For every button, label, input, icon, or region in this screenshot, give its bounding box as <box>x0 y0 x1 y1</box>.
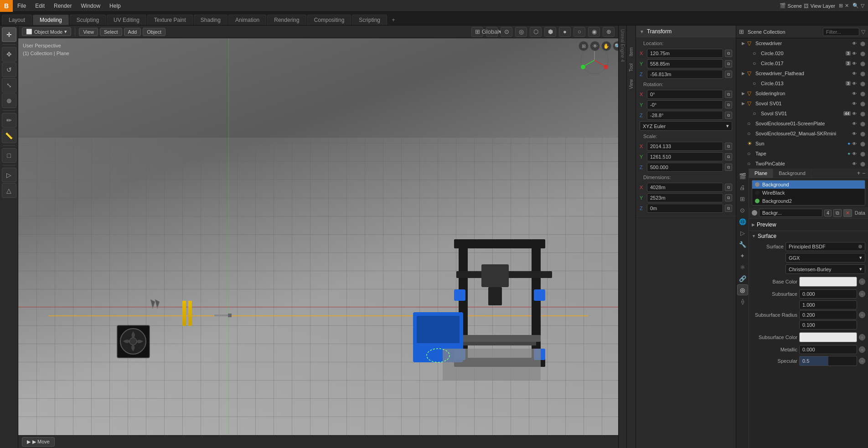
dim-y-copy[interactable]: ⧉ <box>725 194 732 201</box>
subsurface-r1-field[interactable]: 1.000 <box>799 300 857 309</box>
tree-item-circle017[interactable]: ○ Circle.017 3 👁 ⬤ <box>736 58 868 68</box>
visibility-icon[interactable]: 👁 <box>851 140 858 147</box>
render-icon[interactable]: ⬤ <box>859 100 866 107</box>
menu-help[interactable]: Help <box>105 0 125 11</box>
tab-compositing[interactable]: Compositing <box>307 15 351 25</box>
base-color-link[interactable]: ○ <box>859 278 865 285</box>
subsurface-color-link[interactable]: ○ <box>859 334 865 340</box>
dim-z-field[interactable]: 0m <box>647 204 723 213</box>
overlay-btn[interactable]: ⬡ <box>530 27 542 37</box>
world-tab[interactable]: 🌐 <box>737 216 748 227</box>
scene-prop-tab[interactable]: 🎬 <box>737 170 748 181</box>
tree-item-sovolenclosure01[interactable]: ○ SovolEnclosure01-ScreenPlate 👁 ⬤ <box>736 118 868 129</box>
preview-header[interactable]: ▶ Preview <box>752 221 865 229</box>
tab-sculpting[interactable]: Sculpting <box>70 15 106 25</box>
render-icon[interactable]: ⬤ <box>859 110 866 117</box>
add-menu[interactable]: Add <box>124 28 141 36</box>
surface-header[interactable]: ▼ Surface <box>749 231 868 241</box>
location-z-field[interactable]: -56.813m <box>647 70 723 79</box>
dim-z-copy[interactable]: ⧉ <box>725 205 732 212</box>
tree-item-tape[interactable]: ○ Tape ✦ 👁 ⬤ <box>736 149 868 159</box>
surface-type-dropdown[interactable]: Principled BSDF <box>785 242 865 251</box>
cursor-tool[interactable]: ✛ <box>2 27 16 42</box>
output-prop-tab[interactable]: 🖨 <box>737 182 748 193</box>
subsurface-r-link[interactable]: ○ <box>859 312 865 318</box>
viewport-3d[interactable]: User Perspective (1) Collection | Plane <box>18 38 618 435</box>
transform-tool[interactable]: ⊕ <box>2 93 16 108</box>
scale-z-field[interactable]: 500.000 <box>647 163 723 172</box>
scale-x-field[interactable]: 2014.133 <box>647 142 723 151</box>
gizmo-btn[interactable]: ⊕ <box>603 27 615 37</box>
snap-btn[interactable]: ⊙ <box>501 27 512 37</box>
dim-x-copy[interactable]: ⧉ <box>725 184 732 191</box>
rotation-z-copy[interactable]: ⧉ <box>725 112 732 119</box>
tree-item-screwdriver-flathead[interactable]: ▶ ▽ Screwdriver_Flathead 👁 ⬤ <box>736 68 868 78</box>
shading-solid[interactable]: ● <box>559 27 571 37</box>
view-layer-prop-tab[interactable]: ⊞ <box>737 193 748 204</box>
item-tab[interactable]: Item <box>628 44 635 60</box>
visibility-icon[interactable]: 👁 <box>851 120 858 127</box>
particles-tab[interactable]: ✦ <box>737 250 748 261</box>
plane-tab[interactable]: Plane <box>749 169 773 178</box>
background-tab[interactable]: Background <box>773 169 811 178</box>
scale-y-field[interactable]: 1261.510 <box>647 152 723 161</box>
rotation-x-copy[interactable]: ⧉ <box>725 91 732 98</box>
tab-animation[interactable]: Animation <box>228 15 266 25</box>
object-mode-dropdown[interactable]: ⬜ Object Mode ▾ <box>22 27 71 36</box>
scale-x-copy[interactable]: ⧉ <box>725 143 732 150</box>
modifier-tab[interactable]: 🔧 <box>737 239 748 250</box>
render-icon[interactable]: ⬤ <box>859 130 866 137</box>
rotation-y-copy[interactable]: ⧉ <box>725 101 732 108</box>
visibility-icon[interactable]: 👁 <box>851 100 858 107</box>
specular-slider[interactable]: 0.5 <box>799 356 857 366</box>
transform-header[interactable]: ▼ Transform <box>636 26 736 37</box>
render-icon[interactable]: ⬤ <box>859 40 866 47</box>
tool-tab[interactable]: Tool <box>628 60 635 75</box>
navigation-cube[interactable]: Z ⊞ 👁 ✋ 🔍 <box>576 42 613 78</box>
object-menu[interactable]: Object <box>143 28 165 36</box>
render-icon[interactable]: ⬤ <box>859 80 866 87</box>
rotation-z-field[interactable]: -28.8° <box>647 111 723 120</box>
global-dropdown[interactable]: Global ▾ <box>486 27 498 37</box>
data-tab[interactable]: ⟠ <box>737 296 748 307</box>
visibility-icon[interactable]: 👁 <box>851 40 858 47</box>
paint-tool[interactable]: ▷ <box>2 168 16 182</box>
render-icon[interactable]: ⬤ <box>859 120 866 127</box>
outliner-search-input[interactable] <box>823 28 859 36</box>
view-tab[interactable]: View <box>628 76 635 93</box>
tree-item-sovol-child[interactable]: ○ Sovol SV01 44 👁 ⬤ <box>736 108 868 118</box>
move-tool[interactable]: ✥ <box>2 47 16 62</box>
location-y-copy[interactable]: ⧉ <box>725 60 732 67</box>
select-menu[interactable]: Select <box>100 28 122 36</box>
mat-copy-btn[interactable]: ⧉ <box>833 209 842 217</box>
location-z-copy[interactable]: ⧉ <box>725 71 732 78</box>
add-material-btn[interactable]: + <box>857 170 860 176</box>
render-icon[interactable]: ⬤ <box>859 160 866 167</box>
dim-x-field[interactable]: 4028m <box>647 183 723 192</box>
tree-item-sun[interactable]: ☀ Sun ✦ 👁 ⬤ <box>736 139 868 149</box>
render-icon[interactable]: ⬤ <box>859 90 866 97</box>
visibility-icon[interactable]: 👁 <box>851 80 858 87</box>
tree-item-circle020[interactable]: ○ Circle.020 3 👁 ⬤ <box>736 48 868 58</box>
tree-item-screwdriver[interactable]: ▶ ▽ Screwdriver 👁 ⬤ <box>736 38 868 48</box>
visibility-icon[interactable]: 👁 <box>851 130 858 137</box>
annotate-tool[interactable]: ✏ <box>2 113 16 128</box>
constraints-tab[interactable]: 🔗 <box>737 273 748 284</box>
physics-tab[interactable]: ⚛ <box>737 262 748 273</box>
tab-scripting[interactable]: Scripting <box>352 15 387 25</box>
dim-y-field[interactable]: 2523m <box>647 193 723 202</box>
shading-render[interactable]: ◉ <box>588 27 600 37</box>
outliner-scene-icon[interactable]: ⊞ <box>739 28 744 35</box>
view-menu[interactable]: View <box>79 28 98 36</box>
metallic-link[interactable]: ○ <box>859 346 865 353</box>
mat-background-item[interactable]: Background <box>752 180 865 189</box>
rotation-x-field[interactable]: 0° <box>647 90 723 99</box>
mat-unlink-btn[interactable]: ✕ <box>843 209 852 217</box>
menu-edit[interactable]: Edit <box>31 0 49 11</box>
tree-item-circle013[interactable]: ○ Circle.013 3 👁 ⬤ <box>736 78 868 88</box>
mat-node-name[interactable]: Backgr... <box>759 209 822 217</box>
visibility-icon[interactable]: 👁 <box>851 110 858 117</box>
subsurface-color-swatch[interactable] <box>799 332 857 342</box>
remove-material-btn[interactable]: − <box>862 170 865 176</box>
visibility-icon[interactable]: 👁 <box>851 150 858 157</box>
